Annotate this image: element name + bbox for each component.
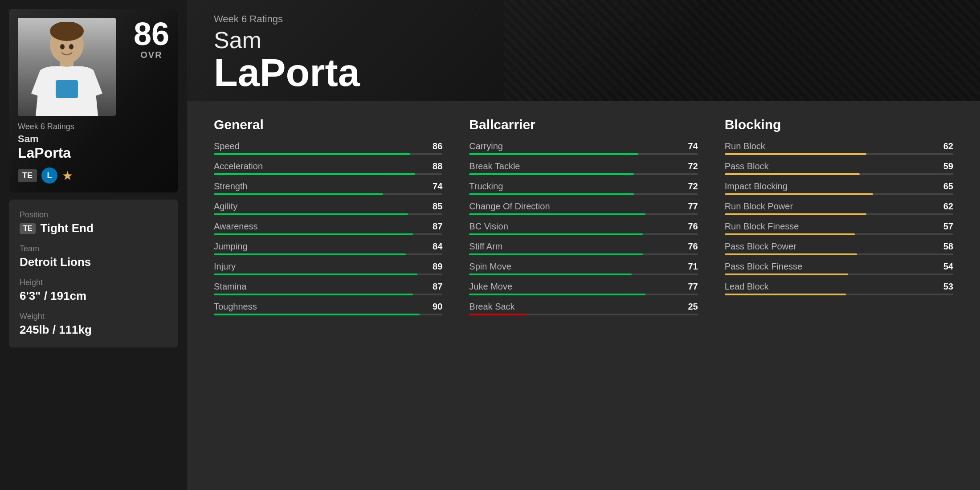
stat-row: BC Vision 76 [469,221,698,235]
stat-bar-background [214,253,442,255]
ballcarrier-column: Ballcarrier Carrying 74 Break Tackle 72 [469,117,698,474]
stat-bar-background [214,233,442,235]
stat-bar-background [725,253,953,255]
stat-bar-fill [469,213,645,215]
stat-value: 74 [688,141,698,151]
stat-bar-background [725,193,953,195]
stat-bar-background [469,193,698,195]
ballcarrier-title: Ballcarrier [469,117,698,132]
stat-row: Trucking 72 [469,181,698,195]
stat-value: 90 [433,302,442,312]
stat-row: Impact Blocking 65 [725,181,953,195]
stat-name: Acceleration [214,161,263,172]
stat-bar-fill [725,173,860,175]
stat-row: Strength 74 [214,181,442,195]
stat-value: 72 [688,161,698,172]
stat-value: 74 [433,181,442,192]
stat-bar-fill [469,294,645,295]
stat-name: Injury [214,261,236,272]
team-label: Team [20,244,167,253]
stat-row: Spin Move 71 [469,261,698,275]
info-panel: Position TE Tight End Team Detroit Lions… [9,200,178,347]
stat-name: Break Sack [469,302,514,312]
stat-name: Awareness [214,221,258,232]
stat-row: Juke Move 77 [469,282,698,295]
height-value: 6'3" / 191cm [20,289,167,303]
stat-row: Speed 86 [214,141,442,155]
stat-bar-fill [725,274,848,275]
stat-bar-fill [214,294,413,295]
stat-bar-background [214,173,442,175]
stat-row: Lead Block 53 [725,282,953,295]
weight-value: 245lb / 111kg [20,323,167,337]
stat-row: Pass Block Finesse 54 [725,261,953,275]
stat-value: 76 [688,221,698,232]
ovr-number: 86 [134,18,169,50]
right-panel: Week 6 Ratings Sam LaPorta General Speed… [187,0,980,490]
stat-bar-background [469,153,698,155]
stat-name: Run Block Power [725,201,793,212]
stat-bar-fill [214,153,410,155]
stat-bar-fill [725,193,874,195]
stat-name: Jumping [214,241,248,252]
stat-value: 25 [688,302,698,312]
left-panel: 86 OVR [0,0,187,490]
blocking-stats: Run Block 62 Pass Block 59 Impact Blocki… [725,141,953,295]
stat-name: Impact Blocking [725,181,788,192]
stat-row: Run Block Power 62 [725,201,953,215]
stat-name: Change Of Direction [469,201,550,212]
stat-value: 53 [943,282,953,292]
ballcarrier-stats: Carrying 74 Break Tackle 72 Trucking 72 [469,141,698,315]
week-label-header: Week 6 Ratings [214,13,953,25]
card-first-name: Sam [9,133,178,145]
stat-bar-fill [469,314,526,315]
stat-bar-fill [214,213,408,215]
stat-value: 88 [433,161,442,172]
stat-value: 59 [943,161,953,172]
stat-name: Stamina [214,282,246,292]
stat-name: Stiff Arm [469,241,502,252]
stat-bar-background [469,233,698,235]
position-info: Position TE Tight End [20,210,167,235]
stat-value: 76 [688,241,698,252]
stat-bar-fill [214,193,383,195]
stat-name: Speed [214,141,240,151]
stat-value: 62 [943,141,953,151]
stat-bar-fill [214,314,420,315]
card-badges: TE L ★ [9,167,178,192]
stat-bar-background [725,294,953,295]
stat-bar-fill [214,253,406,255]
stat-bar-background [469,274,698,275]
stat-bar-fill [214,233,413,235]
stat-row: Pass Block Power 58 [725,241,953,255]
stat-name: Juke Move [469,282,512,292]
stat-row: Awareness 87 [214,221,442,235]
stat-name: BC Vision [469,221,508,232]
stat-value: 85 [433,201,442,212]
stat-bar-background [469,213,698,215]
stat-bar-background [469,173,698,175]
stat-name: Toughness [214,302,257,312]
player-card: 86 OVR [9,9,178,192]
height-info: Height 6'3" / 191cm [20,278,167,303]
stat-bar-background [214,274,442,275]
svg-point-1 [50,22,84,41]
stat-name: Pass Block Finesse [725,261,803,272]
stat-value: 72 [688,181,698,192]
stat-bar-background [725,153,953,155]
player-first-name: Sam [214,28,953,53]
stat-bar-fill [214,274,417,275]
stat-bar-background [725,233,953,235]
height-label: Height [20,278,167,287]
stat-value: 87 [433,221,442,232]
stat-bar-background [725,173,953,175]
stat-row: Run Block 62 [725,141,953,155]
stat-name: Run Block Finesse [725,221,799,232]
stat-row: Acceleration 88 [214,161,442,175]
stat-row: Stiff Arm 76 [469,241,698,255]
position-text: Tight End [40,221,93,235]
stat-bar-background [214,213,442,215]
stat-bar-fill [725,294,846,295]
stat-row: Injury 89 [214,261,442,275]
stat-bar-fill [725,153,866,155]
